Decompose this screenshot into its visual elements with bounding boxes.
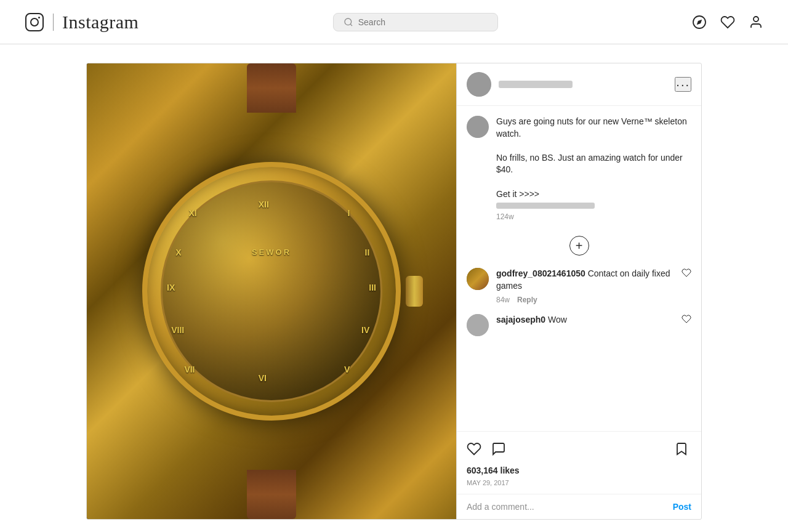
comment-2-like-button[interactable] [681,314,691,326]
comment-1-time: 84w [496,296,510,304]
favorites-icon[interactable] [720,15,735,30]
caption-line3: Get it >>>> [496,189,539,199]
search-bar[interactable] [333,13,498,31]
caption-meta: 124w [496,212,691,221]
expand-button-wrapper: + [467,231,691,260]
comment-2-body: sajajoseph0 Wow [496,314,681,326]
caption-body: Guys are going nuts for our new Verne™ s… [496,116,691,221]
comment-2-text: sajajoseph0 Wow [496,314,681,326]
post-container: SEWOR XII I II III IV V VI VII VIII IX X… [86,63,702,520]
comment-1-like-button[interactable] [681,268,691,280]
watch-strap-bottom [247,470,296,519]
svg-point-1 [31,18,38,26]
roman-v: V [344,365,350,374]
svg-rect-0 [26,14,43,31]
post-image: SEWOR XII I II III IV V VI VII VIII IX X… [87,63,456,519]
post-username-area [499,81,675,88]
comment-1-reply-button[interactable]: Reply [517,296,537,304]
post-right-side: ··· Guys are going nuts for our new Vern… [456,63,701,519]
header-left: Instagram [25,12,139,33]
roman-viii: VIII [171,325,184,335]
profile-icon[interactable] [749,15,763,30]
bookmark-button[interactable] [674,439,691,461]
like-button[interactable] [467,439,484,461]
post-more-button[interactable]: ··· [675,77,691,92]
post-header: ··· [457,63,701,106]
add-comment-input[interactable] [467,502,668,512]
comment-button[interactable] [491,439,509,461]
comment-1-text: godfrey_08021461050 Contact on daily fix… [496,268,681,292]
roman-ii: II [365,248,370,257]
caption-time: 124w [496,212,514,221]
roman-vii: VII [184,365,195,374]
post-caption: Guys are going nuts for our new Verne™ s… [467,116,691,221]
comment-1-avatar-image [467,268,489,290]
main-content: SEWOR XII I II III IV V VI VII VIII IX X… [0,44,788,532]
svg-line-4 [350,24,352,26]
instagram-logo-text: Instagram [62,12,139,33]
caption-line2: No frills, no BS. Just an amazing watch … [496,153,683,175]
search-icon [344,17,353,27]
roman-ix: IX [167,283,175,292]
comment-1-username: godfrey_08021461050 [496,268,585,278]
comment-1: godfrey_08021461050 Contact on daily fix… [467,268,691,304]
comment-2-content: Wow [548,315,567,324]
roman-x: X [175,248,181,257]
comments-section: Guys are going nuts for our new Verne™ s… [457,106,701,431]
svg-marker-6 [697,19,702,24]
roman-vi: VI [259,373,267,383]
watch-face: SEWOR XII I II III IV V VI VII VIII IX X… [142,162,401,421]
roman-iv: IV [361,325,369,335]
post-actions: 603,164 likes MAY 29, 2017 [457,431,701,494]
watch-crown [406,276,423,307]
svg-point-2 [38,17,40,18]
comment-1-avatar [467,268,489,290]
header-divider [53,14,54,31]
post-author-avatar [467,72,491,97]
post-comment-button[interactable]: Post [668,502,691,512]
caption-text: Guys are going nuts for our new Verne™ s… [496,116,691,209]
search-input[interactable] [358,17,488,27]
comment-2: sajajoseph0 Wow [467,314,691,336]
svg-point-3 [345,18,352,25]
comment-2-avatar [467,314,489,336]
comment-1-body: godfrey_08021461050 Contact on daily fix… [496,268,681,304]
caption-line1: Guys are going nuts for our new Verne™ s… [496,116,687,139]
expand-comments-button[interactable]: + [569,236,589,256]
app-header: Instagram [0,0,788,44]
roman-i: I [348,208,350,218]
post-date: MAY 29, 2017 [467,478,691,494]
add-comment-area: Post [457,494,701,519]
post-username-blurred [499,81,573,88]
instagram-camera-icon [25,12,44,32]
explore-icon[interactable] [692,15,707,30]
comment-2-username: sajajoseph0 [496,315,545,324]
watch-strap-top [247,63,296,113]
action-buttons-row [467,437,691,465]
header-right [692,15,763,30]
comment-1-meta: 84w Reply [496,296,681,304]
roman-iii: III [369,283,376,292]
likes-count: 603,164 likes [467,465,691,478]
watch-brand-label: SEWOR [252,248,291,257]
caption-avatar [467,116,489,138]
roman-xi: XI [188,208,196,218]
roman-xii: XII [259,200,269,209]
caption-link-blurred [496,203,595,209]
svg-point-7 [754,17,758,22]
watch-inner: SEWOR XII I II III IV V VI VII VIII IX X… [161,180,382,402]
post-image-side: SEWOR XII I II III IV V VI VII VIII IX X… [87,63,456,519]
